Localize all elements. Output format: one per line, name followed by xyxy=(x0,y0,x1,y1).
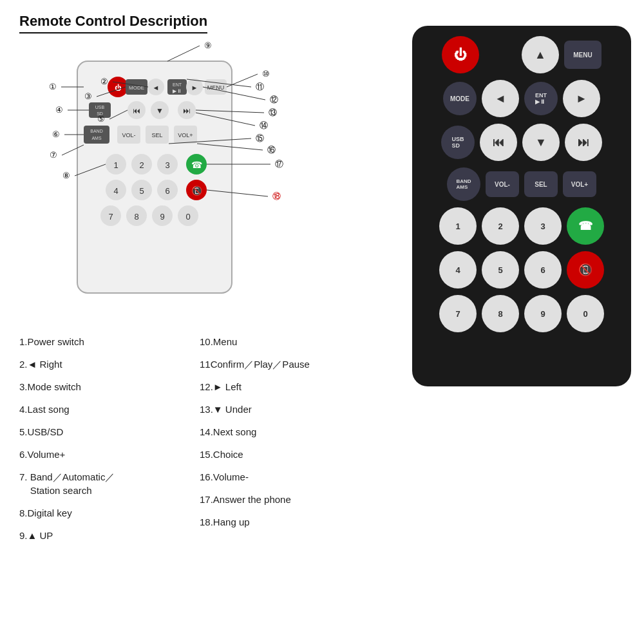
desc-2: 2.◄ Right xyxy=(19,357,187,371)
num-4-btn[interactable]: 4 xyxy=(439,251,477,289)
up-btn[interactable]: ▲ xyxy=(522,36,559,73)
right-btn[interactable]: ► xyxy=(563,80,600,117)
svg-text:6: 6 xyxy=(165,186,169,196)
callout-10: 10. xyxy=(200,336,213,347)
svg-text:BAND: BAND xyxy=(90,129,102,133)
callout-11: 11 xyxy=(200,359,211,370)
svg-text:⏭: ⏭ xyxy=(183,106,191,115)
next-btn[interactable]: ⏭ xyxy=(565,124,602,161)
left-btn[interactable]: ◄ xyxy=(482,80,519,117)
prev-btn[interactable]: ⏮ xyxy=(480,124,517,161)
desc-18: 18.Hang up xyxy=(200,515,367,529)
desc-11: 11Confirm／Play／Pause xyxy=(200,357,367,371)
num-7-btn[interactable]: 7 xyxy=(439,295,477,332)
svg-text:0: 0 xyxy=(185,212,190,222)
remote-row-7: 7 8 9 0 xyxy=(421,295,622,332)
num-6-btn[interactable]: 6 xyxy=(524,251,562,289)
page-title: Remote Control Description xyxy=(19,13,207,33)
desc-1: 1.Power switch xyxy=(19,335,187,348)
callout-7: 7. xyxy=(19,471,28,482)
callout-3: 3. xyxy=(19,381,28,392)
desc-3: 3.Mode switch xyxy=(19,380,187,393)
desc-right: 10.Menu 11Confirm／Play／Pause 12.► Left 1… xyxy=(200,335,367,538)
remote-row-5: 1 2 3 ☎ xyxy=(421,207,622,245)
sel-btn[interactable]: SEL xyxy=(524,171,558,197)
svg-text:ENT: ENT xyxy=(173,82,182,87)
desc-8: 8.Digital key xyxy=(19,506,187,520)
callout-1: 1. xyxy=(19,336,28,347)
svg-text:⑧: ⑧ xyxy=(62,171,70,180)
svg-text:⑬: ⑬ xyxy=(269,108,277,117)
svg-text:⑤: ⑤ xyxy=(97,114,105,124)
callout-18: 18. xyxy=(200,516,213,527)
desc-10: 10.Menu xyxy=(200,335,367,348)
callout-8: 8. xyxy=(19,507,28,518)
desc-14: 14.Next song xyxy=(200,425,367,439)
svg-text:⑭: ⑭ xyxy=(260,120,268,130)
num-1-btn[interactable]: 1 xyxy=(439,207,477,245)
svg-text:AMS: AMS xyxy=(91,136,102,140)
mode-btn[interactable]: MODE xyxy=(443,82,477,115)
svg-text:USB: USB xyxy=(95,105,105,109)
callout-6: 6. xyxy=(19,449,28,460)
usbsd-btn[interactable]: USBSD xyxy=(441,126,475,159)
callout-2: 2. xyxy=(19,359,28,370)
svg-text:8: 8 xyxy=(134,212,138,222)
desc-6: 6.Volume+ xyxy=(19,448,187,461)
desc-left: 1.Power switch 2.◄ Right 3.Mode switch 4… xyxy=(19,335,187,551)
svg-text:SEL: SEL xyxy=(151,132,162,138)
svg-text:⑪: ⑪ xyxy=(256,82,264,91)
num-3-btn[interactable]: 3 xyxy=(524,207,562,245)
svg-text:3: 3 xyxy=(165,160,169,170)
callout-12: 12. xyxy=(200,381,213,392)
callout-17: 17. xyxy=(200,494,213,505)
desc-5: 5.USB/SD xyxy=(19,425,187,439)
num-9-btn[interactable]: 9 xyxy=(524,295,562,332)
callout-9: 9. xyxy=(19,530,28,541)
svg-text:④: ④ xyxy=(55,105,63,115)
svg-text:⑫: ⑫ xyxy=(270,95,278,104)
desc-16: 16.Volume- xyxy=(200,470,367,484)
svg-text:2: 2 xyxy=(139,160,144,170)
ent-btn[interactable]: ENT▶⏸ xyxy=(524,82,558,115)
svg-line-72 xyxy=(167,46,200,61)
svg-text:③: ③ xyxy=(84,91,92,101)
svg-text:⑯: ⑯ xyxy=(267,145,276,155)
callout-16: 16. xyxy=(200,471,213,482)
remote-row-6: 4 5 6 📵 xyxy=(421,251,622,289)
svg-text:⑰: ⑰ xyxy=(275,159,283,169)
volminus-btn[interactable]: VOL- xyxy=(486,171,519,197)
down-btn[interactable]: ▼ xyxy=(522,124,560,161)
volplus-btn[interactable]: VOL+ xyxy=(563,171,596,197)
svg-text:①: ① xyxy=(49,82,57,91)
diagram-svg: ⏻ MODE ◄ ENT ▶⏸ ► MENU USB SD ⏮ ▼ ⏭ BAND… xyxy=(13,35,361,325)
svg-text:1: 1 xyxy=(113,160,118,170)
svg-text:⑦: ⑦ xyxy=(50,150,57,160)
hangup-btn[interactable]: 📵 xyxy=(567,251,604,289)
svg-text:►: ► xyxy=(191,84,198,91)
svg-text:▼: ▼ xyxy=(156,106,164,115)
num-5-btn[interactable]: 5 xyxy=(482,251,519,289)
num-2-btn[interactable]: 2 xyxy=(482,207,519,245)
power-btn[interactable]: ⏻ xyxy=(442,36,479,73)
svg-text:▶⏸: ▶⏸ xyxy=(173,88,182,94)
remote-row-1: ⏻ ▲ MENU xyxy=(421,36,622,73)
callout-13: 13. xyxy=(200,404,213,415)
desc-13: 13.▼ Under xyxy=(200,402,367,416)
band-btn[interactable]: BANDAMS xyxy=(447,167,480,201)
menu-btn[interactable]: MENU xyxy=(564,41,601,69)
desc-9: 9.▲ UP xyxy=(19,529,187,542)
svg-text:②: ② xyxy=(100,77,108,86)
svg-text:5: 5 xyxy=(139,186,144,196)
svg-text:7: 7 xyxy=(108,212,113,222)
svg-text:⑱: ⑱ xyxy=(272,191,281,201)
callout-15: 15. xyxy=(200,449,213,460)
svg-text:4: 4 xyxy=(113,186,118,196)
answer-btn[interactable]: ☎ xyxy=(567,207,604,245)
svg-text:VOL-: VOL- xyxy=(122,132,135,138)
num-0-btn[interactable]: 0 xyxy=(567,295,604,332)
svg-text:VOL+: VOL+ xyxy=(178,132,193,138)
physical-remote: ⏻ ▲ MENU MODE ◄ ENT▶⏸ ► USBSD ⏮ ▼ ⏭ BAND… xyxy=(412,26,631,386)
desc-17: 17.Answer the phone xyxy=(200,493,367,506)
num-8-btn[interactable]: 8 xyxy=(482,295,519,332)
